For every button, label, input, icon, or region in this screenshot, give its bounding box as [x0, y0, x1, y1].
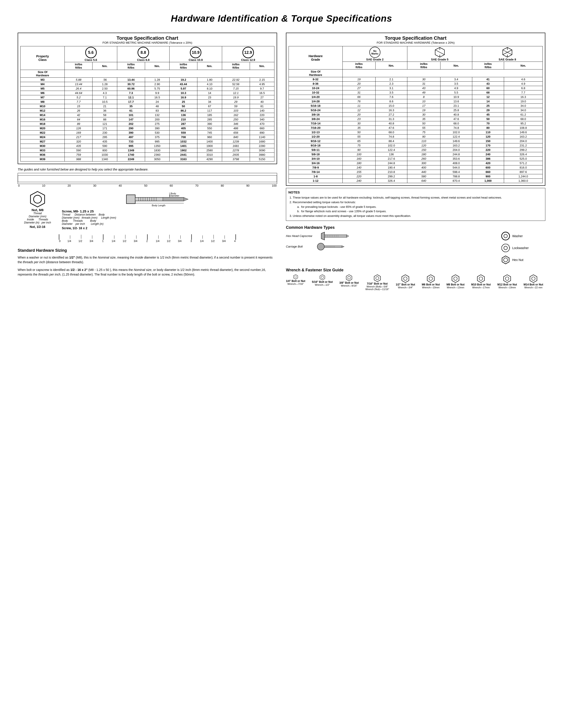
table-row: 408.0	[440, 161, 472, 165]
svg-text:1/4: 1/4	[200, 240, 204, 243]
wrench-item: 1/4" Bolt or Nut Wrench—7/16"	[286, 274, 305, 291]
table-row: 13.6	[440, 99, 472, 104]
table-row: 55	[407, 126, 440, 130]
ruler-section: The guides and ruler furnished below are…	[18, 168, 277, 187]
table-row: 12	[343, 108, 375, 113]
table-row: 15.0	[375, 104, 407, 108]
screw-m8-sub: Thread Distance between Body Diameter (m…	[62, 213, 277, 225]
table-row: 1340	[92, 157, 117, 161]
right-torque-table: HardwareGrade NoMarks SAE Grade 2	[289, 46, 543, 183]
r-sub-nm-3: Nm.	[504, 62, 542, 69]
table-row: M7	[21, 95, 65, 100]
table-row: 12.1	[117, 95, 145, 100]
grade8-header: SAE Grade 8	[472, 46, 542, 62]
table-row: 162	[222, 113, 250, 117]
table-row: 110	[472, 130, 504, 135]
table-row: 275	[145, 122, 169, 126]
lockwasher-icon	[501, 244, 510, 252]
svg-point-2	[34, 195, 41, 203]
svg-marker-95	[294, 274, 298, 279]
table-row: M30	[21, 144, 65, 148]
table-row: 126	[65, 126, 92, 131]
svg-point-102	[376, 277, 379, 280]
table-row: 435	[92, 139, 117, 144]
left-torque-table: PropertyClass 5.6 Class 5.6 8.8 Class 8.…	[20, 46, 274, 161]
table-row: 1.28	[92, 82, 117, 86]
table-row: 19.9	[222, 95, 250, 100]
table-row: 890	[250, 131, 274, 135]
table-row: 440	[407, 170, 440, 174]
svg-point-78	[317, 243, 324, 250]
table-row: 220	[343, 174, 375, 179]
table-row: 600	[472, 165, 504, 170]
right-chart-box: Torque Specification Chart FOR STANDARD …	[286, 33, 545, 186]
left-column: Torque Specification Chart FOR STANDARD …	[18, 33, 277, 277]
table-row: 95.2	[504, 121, 542, 126]
class129-header: 12.9 Class 12.9	[222, 46, 274, 62]
table-row: 733	[117, 139, 145, 144]
table-row: 76	[343, 99, 375, 104]
table-row: 405	[169, 126, 197, 131]
class109-header: 10.9 Class 10.9	[169, 46, 222, 62]
svg-text:1/4: 1/4	[68, 240, 71, 243]
table-row: M14	[21, 113, 65, 117]
table-row: 660	[472, 170, 504, 174]
table-row: 200	[145, 117, 169, 122]
table-row: 16.5	[250, 91, 274, 95]
table-row: 2.50	[92, 86, 117, 91]
wrench-bolt-label: 7/16" Bolt or Nut	[367, 282, 388, 285]
table-row: 300	[407, 161, 440, 165]
svg-text:1/2: 1/2	[79, 240, 82, 243]
table-row: 244.8	[375, 161, 407, 165]
table-row: 60.96	[117, 86, 145, 91]
table-row: 656	[222, 131, 250, 135]
table-row: 36	[92, 109, 117, 113]
diagrams-row: Nut, M8 ThreadDiameter (mm)Inside Thread…	[18, 190, 277, 230]
svg-point-90	[504, 234, 507, 238]
table-row: 571.2	[504, 161, 542, 165]
table-row: 660	[250, 126, 274, 131]
table-row: 3163	[169, 157, 197, 161]
svg-point-96	[295, 276, 297, 278]
table-row: 60	[472, 86, 504, 90]
table-row: 27.2	[375, 113, 407, 117]
table-row: 590	[92, 144, 117, 148]
svg-point-106	[429, 277, 433, 280]
table-row: 4.95	[250, 82, 274, 86]
svg-rect-68	[325, 235, 347, 237]
table-row: 25	[169, 100, 197, 104]
svg-text:3/4: 3/4	[134, 240, 137, 243]
table-row: 1400	[197, 139, 222, 144]
wrench-bolt-icon	[451, 274, 460, 283]
table-row: 435	[65, 144, 92, 148]
table-row: 89	[65, 122, 92, 126]
table-row: 7.3	[117, 91, 145, 95]
svg-marker-77	[347, 235, 349, 237]
table-row: 900	[472, 174, 504, 179]
svg-marker-93	[502, 256, 509, 264]
ruler-svg	[18, 173, 277, 184]
hexnut-row: Hex Nut	[501, 255, 545, 264]
table-row: 50	[407, 121, 440, 126]
table-row: 40.8	[375, 121, 407, 126]
table-row: 386	[472, 157, 504, 161]
carriage-bolt-row: Carriage Bolt	[286, 242, 495, 251]
table-row: 43	[472, 82, 504, 86]
table-row: 2441	[169, 153, 197, 157]
page-title: Hardware Identification & Torque Specifi…	[18, 13, 545, 24]
table-row: M8	[21, 100, 65, 104]
table-row: 3/4-10	[289, 157, 343, 161]
table-row: 22.92	[222, 78, 250, 82]
sizing-section: Standard Hardware Sizing When a washer o…	[18, 248, 277, 277]
svg-point-94	[504, 258, 508, 262]
wrench-item: 7/16" Bolt or Nut Wrench (Bolt)—5/8" Wre…	[366, 274, 389, 291]
table-row: 21	[92, 104, 117, 109]
table-row: 74.8	[440, 126, 472, 130]
table-row: 1.80	[197, 78, 222, 82]
table-row: 231.2	[504, 143, 542, 148]
table-row: 101	[117, 113, 145, 117]
table-row: 117	[197, 109, 222, 113]
table-row: 122.4	[375, 148, 407, 152]
table-row: 390	[197, 122, 222, 126]
table-row: 3050	[145, 157, 169, 161]
